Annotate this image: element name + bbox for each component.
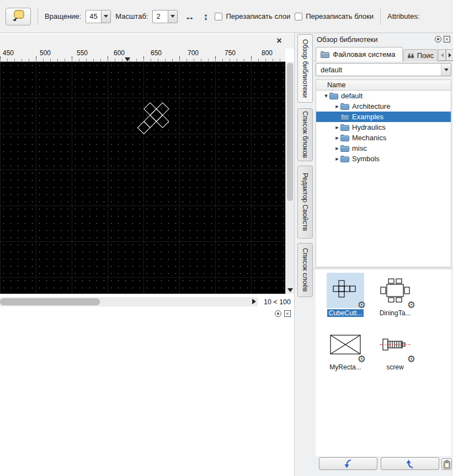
item-thumbnail[interactable]: ⚙ [376, 327, 414, 362]
dock-tab-layer-list[interactable]: Список слоёв [297, 243, 313, 297]
scale-value[interactable]: 2 [153, 10, 168, 23]
restore-window-icon[interactable] [275, 310, 281, 317]
inserted-block-preview [113, 92, 179, 158]
toolbar-separator [380, 8, 381, 25]
folder-icon [340, 134, 349, 141]
arrow-up-curve-icon [404, 458, 415, 469]
tree-row-misc[interactable]: ▸ misc [316, 143, 451, 154]
folder-icon [329, 92, 338, 99]
item-thumbnail[interactable]: ⚙ [327, 273, 364, 308]
rotation-value[interactable]: 45 [86, 10, 101, 23]
cursor-position-marker-icon [125, 57, 130, 61]
tab-scroll-left-button[interactable] [438, 49, 446, 61]
branch-collapsed-icon[interactable]: ▸ [334, 155, 340, 162]
branch-collapsed-icon[interactable]: ▸ [334, 145, 340, 152]
chevron-left-icon [441, 53, 444, 57]
insert-block-button[interactable] [6, 8, 31, 25]
ruler-number: 500 [40, 49, 51, 57]
insert-block-icon [11, 9, 25, 24]
cube-cutout-drawing [330, 279, 361, 302]
drawing-window-header: × [0, 34, 294, 49]
overwrite-blocks-checkbox[interactable] [295, 13, 302, 20]
attributes-label: Attributes: [387, 12, 420, 20]
flip-horizontal-button[interactable]: ↔ [182, 12, 196, 22]
refresh-library-button[interactable] [381, 457, 439, 470]
library-items-grid: ⚙ CubeCutt... [316, 269, 451, 456]
branch-collapsed-icon[interactable]: ▸ [334, 124, 340, 131]
right-dock: Обзор библиотеки Список блоков Редактор … [294, 33, 453, 476]
tree-row-default[interactable]: ▾ default [316, 91, 451, 101]
vertical-scrollbar[interactable] [285, 62, 294, 294]
gear-icon: ⚙ [407, 353, 415, 365]
tree-column-header[interactable]: Name [316, 80, 451, 91]
dock-tab-block-list[interactable]: Список блоков [297, 108, 313, 161]
overwrite-blocks-group: Перезаписать блоки [295, 12, 374, 20]
gear-icon: ⚙ [407, 299, 415, 311]
library-item-myrectangle[interactable]: ⚙ MyRecta... [326, 327, 365, 371]
tab-search[interactable]: Поис [403, 49, 438, 61]
float-panel-icon[interactable] [435, 36, 441, 43]
insert-into-drawing-button[interactable] [319, 457, 377, 470]
close-window-icon[interactable]: × [284, 310, 291, 317]
clipboard-icon [443, 460, 451, 469]
library-path-value[interactable]: default [316, 66, 441, 74]
toolbar-separator [38, 8, 38, 25]
library-item-screw[interactable]: ⚙ screw [375, 327, 415, 371]
dock-tab-property-editor[interactable]: Редактор Свойств [297, 166, 313, 239]
overwrite-blocks-label: Перезаписать блоки [306, 12, 374, 20]
library-path-dropdown-button[interactable] [441, 64, 451, 76]
horizontal-scrollbar[interactable] [0, 297, 258, 306]
scale-combobox[interactable]: 2 [152, 10, 178, 23]
tree-row-symbols[interactable]: ▸ Symbols [316, 154, 451, 164]
tree-row-examples[interactable]: Examples [316, 112, 451, 122]
tab-scroll-right-button[interactable] [446, 49, 453, 61]
subwindow-buttons: × [275, 310, 291, 317]
scroll-down-icon[interactable] [287, 288, 293, 292]
folder-icon [321, 51, 329, 58]
search-icon [407, 52, 414, 59]
tree-row-label: Architecture [352, 102, 390, 110]
scroll-right-icon[interactable] [252, 299, 256, 304]
tree-row-label: Examples [352, 113, 383, 121]
rotation-combobox[interactable]: 45 [86, 10, 111, 23]
tab-file-system[interactable]: Файловая система [316, 47, 403, 61]
branch-expanded-icon[interactable]: ▾ [323, 92, 329, 99]
tree-row-label: misc [352, 144, 367, 152]
drawing-canvas[interactable] [0, 62, 285, 294]
tab-file-system-label: Файловая система [333, 50, 395, 59]
library-item-cubecutter[interactable]: ⚙ CubeCutt... [326, 273, 365, 317]
item-label: screw [385, 363, 405, 371]
rotation-dropdown-button[interactable] [101, 10, 110, 23]
tab-search-label: Поис [417, 51, 434, 60]
chevron-down-icon [444, 68, 449, 71]
folder-icon [340, 113, 349, 120]
vertical-scrollbar-thumb[interactable] [287, 63, 293, 201]
dock-tab-properties-label: Редактор Свойств [301, 173, 309, 231]
branch-collapsed-icon[interactable]: ▸ [334, 134, 340, 141]
dock-tab-layers-label: Список слоёв [301, 248, 309, 292]
ruler-number: 650 [151, 49, 162, 57]
tab-scroll-buttons [438, 49, 453, 61]
horizontal-scrollbar-thumb[interactable] [0, 298, 100, 305]
ruler-number: 450 [3, 49, 14, 57]
dock-tab-library-browser[interactable]: Обзор библиотеки [297, 34, 313, 103]
library-panel-header: Обзор библиотеки × [313, 33, 453, 45]
ruler-number: 600 [114, 49, 125, 57]
flip-vertical-button[interactable]: ↕ [201, 12, 210, 22]
tree-row-hydraulics[interactable]: ▸ Hydraulics [316, 122, 451, 133]
close-drawing-button[interactable]: × [274, 36, 284, 46]
paste-button[interactable] [441, 458, 452, 470]
item-thumbnail[interactable]: ⚙ [376, 273, 414, 308]
gear-icon: ⚙ [358, 299, 366, 311]
overwrite-layers-checkbox[interactable] [215, 13, 222, 20]
item-thumbnail[interactable]: ⚙ [327, 327, 364, 362]
close-panel-icon[interactable]: × [444, 36, 450, 43]
library-folder-tree: ▾ default ▸ Architecture Examples ▸ Hydr… [316, 91, 451, 267]
mdi-area: × 450 500 550 600 650 700 750 800 [0, 33, 294, 476]
library-item-diningtable[interactable]: ⚙ DiningTa... [375, 273, 415, 317]
tree-row-mechanics[interactable]: ▸ Mechanics [316, 133, 451, 143]
branch-collapsed-icon[interactable]: ▸ [334, 103, 340, 110]
tree-row-architecture[interactable]: ▸ Architecture [316, 101, 451, 112]
library-path-combobox[interactable]: default [316, 63, 451, 76]
scale-dropdown-button[interactable] [168, 10, 177, 23]
